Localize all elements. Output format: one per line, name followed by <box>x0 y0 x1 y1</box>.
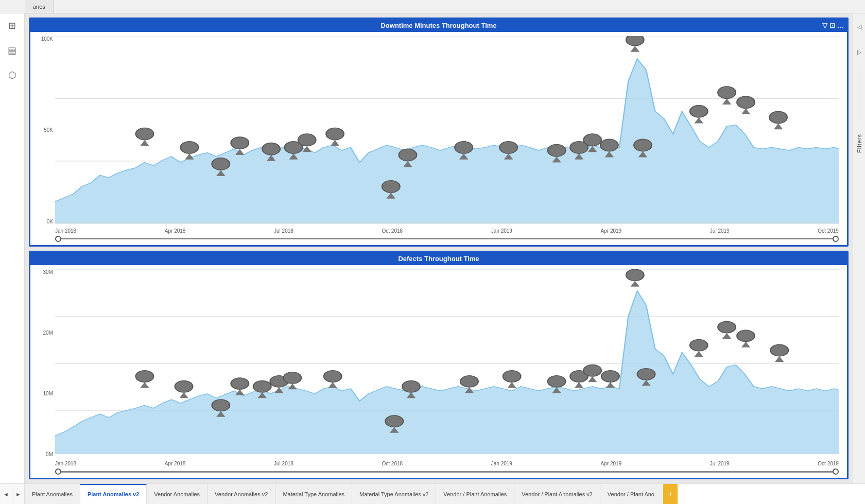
svg-point-65 <box>284 372 302 383</box>
svg-marker-94 <box>741 341 750 347</box>
tab-vendor-anomalies-v2[interactable]: Vendor Anomalies v2 <box>207 484 275 504</box>
tab-prev-icon: ◄ <box>3 491 9 497</box>
defects-slider[interactable] <box>55 467 839 476</box>
table-icon[interactable]: ▤ <box>4 42 21 59</box>
x-apr2018-d: Apr 2018 <box>165 461 186 466</box>
downtime-slider-fill <box>55 238 839 239</box>
x-jan2019-d: Jan 2019 <box>491 461 512 466</box>
downtime-svg-area <box>55 36 839 224</box>
svg-point-20 <box>382 181 400 193</box>
svg-point-95 <box>770 344 788 356</box>
svg-marker-47 <box>774 124 783 130</box>
defects-svg-area <box>55 269 839 458</box>
expand-filters-icon[interactable]: ▷ <box>857 49 861 56</box>
svg-marker-80 <box>575 382 583 388</box>
tab-plant-anomalies-v2[interactable]: Plant Anomalies v2 <box>80 484 147 504</box>
x-jan2018: Jan 2018 <box>55 228 76 234</box>
svg-marker-45 <box>741 108 750 114</box>
tab-next-button[interactable]: ► <box>12 484 25 504</box>
y-label-100k: 100K <box>41 36 53 42</box>
svg-point-4 <box>136 128 154 140</box>
svg-point-6 <box>181 142 199 153</box>
anomaly-marker-18 <box>626 36 644 52</box>
tab-plant-anomalies[interactable]: Plant Anomalies <box>25 484 80 504</box>
defects-anomaly-7 <box>284 372 302 389</box>
svg-point-36 <box>634 139 652 151</box>
defects-anomaly-16 <box>601 370 619 388</box>
svg-point-26 <box>499 142 517 153</box>
downtime-slider[interactable] <box>55 235 839 243</box>
svg-marker-90 <box>695 351 703 356</box>
svg-marker-39 <box>631 46 639 52</box>
svg-point-83 <box>601 370 619 381</box>
svg-point-93 <box>737 330 755 341</box>
svg-point-46 <box>769 111 787 123</box>
svg-point-69 <box>385 415 403 426</box>
y-label-0k: 0K <box>47 219 53 224</box>
downtime-slider-track <box>55 238 839 239</box>
tab-vendor-plant-anomalies-v2[interactable]: Vendor / Plant Anomalies v2 <box>514 484 600 504</box>
x-apr2019: Apr 2019 <box>601 228 622 234</box>
anomaly-marker-1 <box>136 128 154 146</box>
defects-svg <box>55 269 839 458</box>
anomaly-marker-19 <box>690 106 708 124</box>
downtime-y-axis: 100K 50K 0K <box>34 36 53 224</box>
tab-prev-button[interactable]: ◄ <box>0 484 12 504</box>
svg-point-77 <box>548 375 566 387</box>
defects-slider-track <box>55 471 839 473</box>
top-tab-strip: anes <box>0 0 865 13</box>
model-icon[interactable]: ⬡ <box>4 67 21 83</box>
downtime-slider-thumb-right[interactable] <box>833 236 839 242</box>
downtime-slider-thumb-left[interactable] <box>55 236 61 242</box>
downtime-svg <box>55 36 839 224</box>
x-jan2019: Jan 2019 <box>491 228 512 234</box>
collapse-filters-icon[interactable]: ◁ <box>857 24 861 30</box>
svg-point-12 <box>262 143 280 155</box>
x-jul2018: Jul 2018 <box>274 228 293 234</box>
x-jan2018-d: Jan 2018 <box>55 461 76 466</box>
tab-vendor-anomalies[interactable]: Vendor Anomalies <box>147 484 207 504</box>
defects-x-axis: Jan 2018 Apr 2018 Jul 2018 Oct 2018 Jan … <box>55 461 839 466</box>
downtime-chart-icons: ▽ ⊡ … <box>822 22 844 29</box>
y-label-20m: 20M <box>43 330 53 336</box>
x-jul2019-d: Jul 2019 <box>710 461 730 466</box>
tab-material-type-anomalies-v2[interactable]: Material Type Anomalies v2 <box>352 484 436 504</box>
defects-anomaly-2 <box>175 380 193 398</box>
svg-point-42 <box>718 86 736 98</box>
x-apr2019-d: Apr 2019 <box>601 461 622 466</box>
top-tab-anes[interactable]: anes <box>25 0 54 13</box>
x-jul2018-d: Jul 2018 <box>274 461 293 466</box>
x-oct2019: Oct 2019 <box>818 228 839 234</box>
expand-icon[interactable]: ⊡ <box>829 22 835 29</box>
downtime-chart-body: 100K 50K 0K <box>30 32 847 245</box>
right-sidebar: ◁ ▷ Filters <box>853 13 865 483</box>
report-icon[interactable]: ⊞ <box>4 18 21 34</box>
more-icon[interactable]: … <box>837 22 844 29</box>
defects-anomaly-1 <box>136 370 154 388</box>
defects-slider-thumb-left[interactable] <box>55 468 61 475</box>
tab-vendor-plant-ano[interactable]: Vendor / Plant Ano <box>600 484 662 504</box>
tab-add-button[interactable]: + <box>663 484 678 504</box>
tab-vendor-plant-anomalies[interactable]: Vendor / Plant Anomalies <box>436 484 514 504</box>
svg-point-59 <box>231 377 249 389</box>
y-label-10m: 10M <box>43 391 53 396</box>
svg-marker-96 <box>775 356 784 361</box>
svg-point-57 <box>212 399 230 411</box>
svg-marker-19 <box>331 140 339 146</box>
svg-marker-54 <box>140 382 149 388</box>
svg-point-10 <box>231 137 249 149</box>
svg-marker-5 <box>140 140 149 146</box>
defects-anomaly-18 <box>690 339 708 357</box>
svg-point-38 <box>626 36 644 46</box>
svg-point-55 <box>175 380 193 392</box>
x-jul2019: Jul 2019 <box>710 228 730 234</box>
filters-label[interactable]: Filters <box>856 134 862 153</box>
svg-point-18 <box>326 128 344 140</box>
defects-anomaly-20 <box>737 330 755 347</box>
svg-point-28 <box>548 145 566 157</box>
tab-add-icon: + <box>668 490 672 499</box>
defects-slider-thumb-right[interactable] <box>833 468 839 475</box>
filter-icon[interactable]: ▽ <box>822 22 827 29</box>
tab-material-type-anomalies[interactable]: Material Type Anomalies <box>275 484 352 504</box>
svg-point-44 <box>737 96 755 108</box>
